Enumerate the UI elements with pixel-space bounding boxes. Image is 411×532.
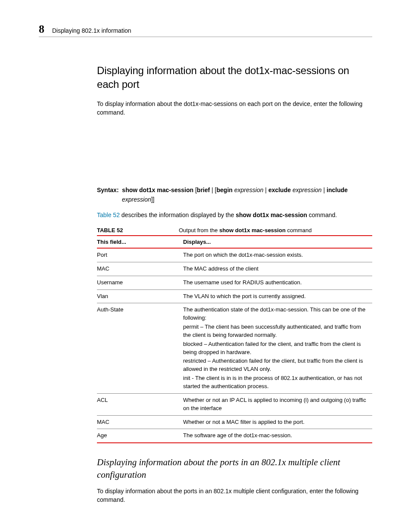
syntax-label: Syntax: — [97, 187, 119, 193]
command-name: show dot1x mac-session — [236, 212, 307, 218]
syntax-text: | [ — [210, 187, 216, 193]
table-label: TABLE 52 — [97, 227, 179, 233]
syntax-keyword-exclude: exclude — [268, 187, 291, 193]
table-caption: TABLE 52Output from the show dot1x mac-s… — [97, 227, 372, 233]
syntax-text: | — [322, 187, 327, 193]
cell-field: ACL — [97, 393, 183, 415]
cell-field: Port — [97, 248, 183, 262]
cell-description: Whether or not an IP ACL is applied to i… — [183, 393, 372, 415]
cell-description-line: The VLAN to which the port is currently … — [183, 292, 370, 301]
cell-field: Vlan — [97, 289, 183, 303]
syntax-arg: expression — [122, 196, 151, 203]
text: Output from the — [179, 227, 219, 233]
syntax-command: show dot1x mac-session — [122, 187, 193, 193]
table-row: UsernameThe username used for RADIUS aut… — [97, 276, 372, 289]
cell-description: The authentication state of the dot1x-ma… — [183, 303, 372, 393]
cell-field: MAC — [97, 262, 183, 276]
section-heading: Displaying information about the dot1x-m… — [97, 64, 372, 92]
table-ref-link[interactable]: Table 52 — [97, 212, 120, 218]
cell-field: MAC — [97, 415, 183, 429]
cell-description-line: The username used for RADIUS authenticat… — [183, 279, 370, 287]
syntax-arg: expression — [233, 187, 264, 193]
running-title: Displaying 802.1x information — [52, 27, 131, 35]
cell-description-line: permit – The client has been successfull… — [183, 323, 370, 339]
syntax-text: ]] — [151, 196, 155, 203]
content-column: Displaying information about the dot1x-m… — [97, 64, 372, 504]
cell-description-line: The port on which the dot1x-mac-session … — [183, 251, 370, 259]
chapter-number: 8 — [39, 24, 44, 35]
syntax-keyword-brief: brief — [197, 187, 210, 193]
command-name: show dot1x mac-session — [219, 227, 286, 233]
cell-description: The MAC address of the client — [183, 262, 372, 276]
output-fields-table: This field... Displays... PortThe port o… — [97, 235, 372, 443]
syntax-text: | — [263, 187, 268, 193]
running-header: 8 Displaying 802.1x information — [39, 24, 372, 37]
cell-description-line: Whether or not a MAC filter is applied t… — [183, 418, 370, 426]
cell-description: Whether or not a MAC filter is applied t… — [183, 415, 372, 429]
cell-description-line: Whether or not an IP ACL is applied to i… — [183, 396, 370, 413]
syntax-keyword-include: include — [327, 187, 348, 193]
table-row: MACWhether or not a MAC filter is applie… — [97, 415, 372, 429]
cell-description-line: The MAC address of the client — [183, 265, 370, 273]
cell-description-line: The authentication state of the dot1x-ma… — [183, 306, 370, 322]
table-ref-paragraph: Table 52 describes the information displ… — [97, 211, 372, 219]
table-row: PortThe port on which the dot1x-mac-sess… — [97, 248, 372, 262]
table-row: VlanThe VLAN to which the port is curren… — [97, 289, 372, 303]
page: 8 Displaying 802.1x information Displayi… — [0, 0, 411, 532]
cell-description-line: blocked – Authentication failed for the … — [183, 340, 370, 357]
syntax-arg: expression — [291, 187, 322, 193]
subsection-paragraph: To display information about the ports i… — [97, 487, 372, 504]
intro-paragraph: To display information about the dot1x-m… — [97, 100, 372, 117]
table-row: AgeThe software age of the dot1x-mac-ses… — [97, 429, 372, 443]
text: command — [286, 227, 312, 233]
cell-description-line: restricted – Authentication failed for t… — [183, 357, 370, 373]
table-row: Auth-StateThe authentication state of th… — [97, 303, 372, 393]
table-row: ACLWhether or not an IP ACL is applied t… — [97, 393, 372, 415]
syntax-text: [ — [193, 187, 197, 193]
col-header-displays: Displays... — [183, 236, 372, 248]
text: command. — [307, 212, 337, 218]
subsection-heading: Displaying information about the ports i… — [97, 456, 372, 481]
cell-field: Username — [97, 276, 183, 289]
cell-description-line: init - The client is in is in the proces… — [183, 374, 370, 391]
syntax-block: Syntax: show dot1x mac-session [brief | … — [97, 186, 372, 204]
table-header-row: This field... Displays... — [97, 236, 372, 248]
text: describes the information displayed by t… — [120, 212, 236, 218]
cell-description: The software age of the dot1x-mac-sessio… — [183, 429, 372, 443]
cell-field: Age — [97, 429, 183, 443]
col-header-field: This field... — [97, 236, 183, 248]
table-row: MACThe MAC address of the client — [97, 262, 372, 276]
cell-description-line: The software age of the dot1x-mac-sessio… — [183, 432, 370, 440]
cell-description: The VLAN to which the port is currently … — [183, 289, 372, 303]
cell-description: The username used for RADIUS authenticat… — [183, 276, 372, 289]
syntax-keyword-begin: begin — [217, 187, 233, 193]
cell-field: Auth-State — [97, 303, 183, 393]
cell-description: The port on which the dot1x-mac-session … — [183, 248, 372, 262]
